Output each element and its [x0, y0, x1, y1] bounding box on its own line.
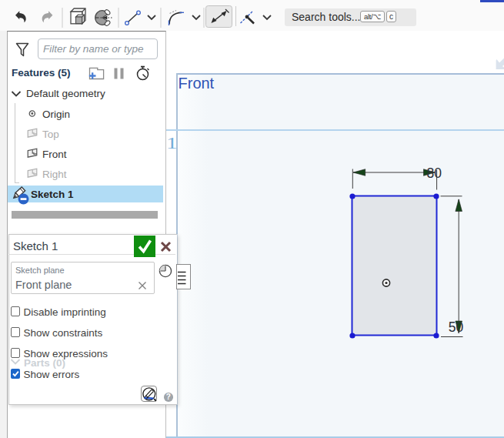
svg-text:50: 50	[449, 319, 464, 335]
svg-text:80: 80	[426, 166, 442, 181]
